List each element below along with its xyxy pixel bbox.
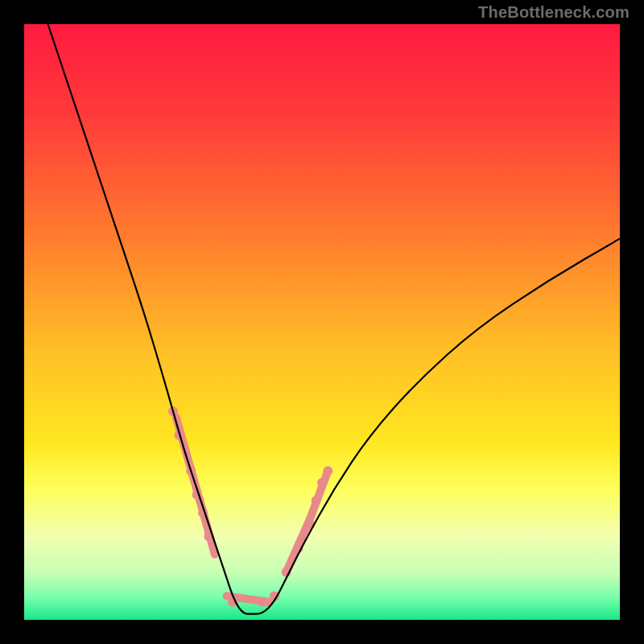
highlight-dot: [317, 478, 327, 488]
highlight-dot: [323, 466, 332, 476]
highlight-dot: [312, 496, 321, 506]
watermark-text: TheBottleneck.com: [478, 3, 630, 22]
bottleneck-chart: [0, 0, 644, 644]
plot-background: [24, 24, 620, 620]
highlight-dot: [258, 597, 267, 607]
